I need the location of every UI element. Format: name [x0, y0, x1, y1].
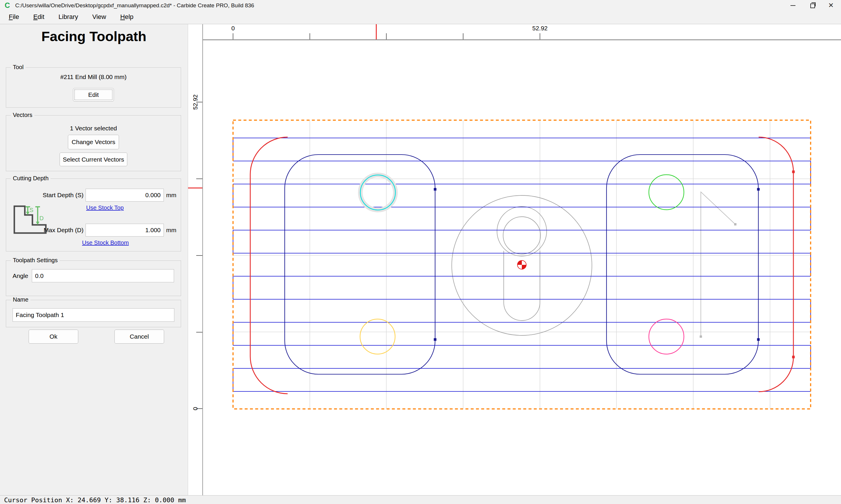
use-stock-top-link[interactable]: Use Stock Top — [86, 204, 124, 211]
restore-icon — [810, 3, 815, 8]
circle-cyan[interactable] — [360, 175, 395, 210]
app-icon: C — [5, 1, 10, 9]
menu-bar: File Edit Library View Help — [0, 11, 841, 24]
vector-node[interactable] — [757, 188, 760, 191]
tool-group: Tool #211 End Mill (8.00 mm) Edit — [6, 67, 181, 108]
cutting-depth-group: Cutting Depth Start Depth (S) mm Use Sto… — [6, 179, 181, 251]
vectors-group-label: Vectors — [11, 112, 34, 119]
facing-toolpath-panel: Facing Toolpath Tool #211 End Mill (8.00… — [0, 24, 188, 497]
close-button[interactable]: ✕ — [822, 0, 841, 11]
edit-tool-button[interactable]: Edit — [73, 88, 114, 102]
red-contour-vector[interactable] — [250, 137, 288, 394]
vectors-status: 1 Vector selected — [6, 125, 181, 132]
vector-node[interactable] — [792, 356, 795, 358]
page-title: Facing Toolpath — [0, 28, 188, 44]
origin-marker-quadrant — [522, 265, 526, 269]
ruler-tick — [196, 255, 202, 256]
minimize-icon — [790, 5, 795, 6]
window-title: C:/Users/willa/OneDrive/Desktop/gcpdxf_m… — [15, 2, 254, 9]
ruler-tick — [463, 33, 463, 39]
start-depth-input[interactable] — [86, 189, 164, 201]
red-contour-vector[interactable] — [759, 137, 793, 392]
angle-input[interactable] — [32, 269, 174, 282]
max-depth-input[interactable] — [86, 224, 164, 236]
vector-node[interactable] — [757, 338, 760, 341]
circle-magenta[interactable] — [649, 319, 684, 354]
max-depth-unit: mm — [166, 227, 176, 234]
polyline-node — [734, 223, 736, 226]
ruler-label: 52.92 — [192, 94, 199, 110]
menu-item-library[interactable]: Library — [54, 11, 82, 21]
angle-label: Angle — [13, 269, 28, 282]
circle-green[interactable] — [649, 175, 684, 210]
name-group-label: Name — [11, 296, 30, 303]
vertical-ruler: 52.920 — [188, 24, 203, 497]
tool-name: #211 End Mill (8.00 mm) — [6, 73, 181, 80]
menu-item-help[interactable]: Help — [116, 11, 138, 21]
vector-node[interactable] — [792, 170, 795, 173]
keyhole-figure-circle[interactable] — [503, 217, 540, 254]
title-bar: C C:/Users/willa/OneDrive/Desktop/gcpdxf… — [0, 0, 841, 11]
toolpath-name-input[interactable] — [13, 308, 174, 322]
tool-group-label: Tool — [11, 64, 26, 71]
select-current-vectors-button[interactable]: Select Current Vectors — [59, 152, 127, 166]
depth-icon-s-label: S — [30, 207, 33, 213]
ruler-tick — [233, 33, 233, 39]
cursor-position-readout: Cursor Position X: 24.669 Y: 38.116 Z: 0… — [4, 497, 186, 504]
start-depth-unit: mm — [166, 192, 176, 199]
ruler-label: 0 — [192, 407, 199, 410]
keyhole-figure-circle[interactable] — [497, 206, 547, 256]
construction-polyline[interactable] — [701, 192, 735, 337]
toolpath-settings-group-label: Toolpath Settings — [11, 257, 59, 264]
vectors-group: Vectors 1 Vector selected Change Vectors… — [6, 115, 181, 171]
cursor-indicator-y — [188, 187, 202, 188]
ok-button[interactable]: Ok — [29, 329, 78, 344]
status-bar: Cursor Position X: 24.669 Y: 38.116 Z: 0… — [0, 495, 841, 504]
name-group: Name — [6, 300, 181, 327]
close-icon: ✕ — [828, 1, 834, 9]
cutting-depth-group-label: Cutting Depth — [11, 175, 51, 182]
use-stock-bottom-link[interactable]: Use Stock Bottom — [82, 239, 129, 246]
change-vectors-button[interactable]: Change Vectors — [68, 135, 119, 149]
vector-node[interactable] — [434, 338, 436, 341]
ruler-tick — [539, 33, 540, 39]
start-depth-label: Start Depth (S) — [6, 189, 84, 201]
rounded-rect-vector[interactable] — [606, 155, 758, 374]
ruler-label: 52.92 — [532, 25, 548, 32]
menu-item-file[interactable]: File — [5, 11, 23, 21]
minimize-button[interactable] — [783, 0, 803, 11]
cancel-button[interactable]: Cancel — [115, 329, 164, 344]
polyline-node — [700, 336, 702, 338]
menu-item-view[interactable]: View — [88, 11, 110, 21]
menu-item-edit[interactable]: Edit — [29, 11, 49, 21]
ruler-label: 0 — [231, 25, 235, 32]
ruler-tick — [196, 332, 202, 332]
circle-yellow[interactable] — [360, 319, 395, 354]
ruler-tick — [196, 179, 202, 179]
application-window: C C:/Users/willa/OneDrive/Desktop/gcpdxf… — [0, 0, 841, 504]
restore-button[interactable] — [803, 0, 822, 11]
toolpath-settings-group: Toolpath Settings Angle — [6, 260, 181, 296]
ruler-tick — [386, 33, 387, 39]
origin-marker-quadrant — [517, 260, 522, 265]
max-depth-label: Max Depth (D) — [6, 224, 84, 236]
vector-node[interactable] — [434, 188, 436, 191]
depth-icon-d-label: D — [39, 215, 44, 221]
design-canvas[interactable] — [203, 40, 841, 497]
ruler-tick — [310, 33, 310, 39]
cursor-indicator-x — [376, 24, 377, 39]
horizontal-ruler: 052.92 — [203, 24, 841, 40]
